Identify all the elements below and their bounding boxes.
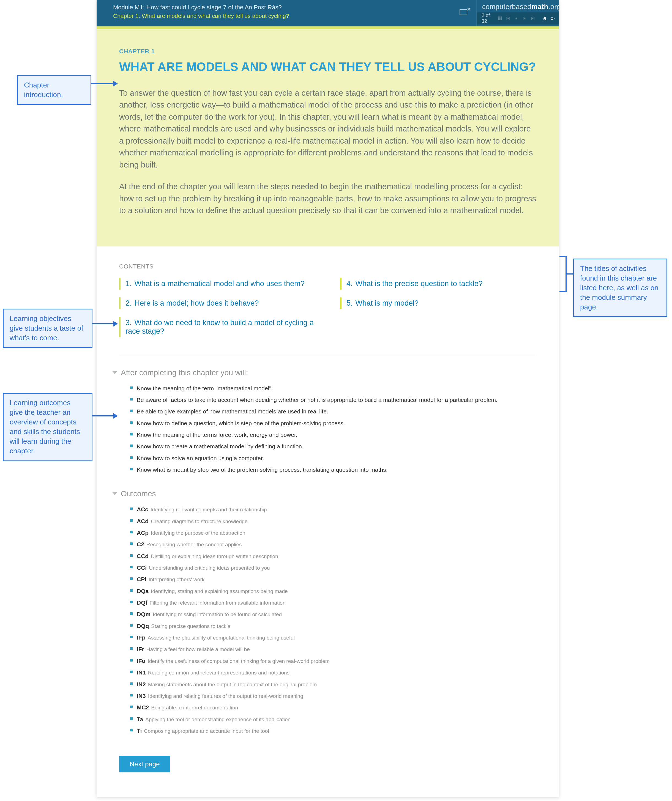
list-item: Be able to give examples of how mathemat… bbox=[130, 406, 536, 417]
outcomes-heading[interactable]: Outcomes bbox=[119, 489, 536, 498]
svg-marker-11 bbox=[508, 17, 510, 20]
outcome-desc: Reading common and relevant representati… bbox=[148, 670, 290, 676]
svg-rect-2 bbox=[500, 16, 501, 18]
outcome-desc: Stating precise questions to tackle bbox=[151, 623, 230, 629]
callout-outcomes: Learning outcomes give the teacher an ov… bbox=[3, 393, 92, 461]
list-item: Know how to create a mathematical model … bbox=[130, 441, 536, 452]
top-bar-right: computerbasedmath.org 2 of 32 bbox=[476, 0, 559, 26]
outcome-code: CPi bbox=[137, 576, 147, 582]
objectives-list: Know the meaning of the term "mathematic… bbox=[119, 383, 536, 476]
list-item: TiComposing appropriate and accurate inp… bbox=[130, 725, 536, 737]
toc-col-left: 1.What is a mathematical model and who u… bbox=[119, 278, 315, 345]
list-item: DQfFiltering the relevant information fr… bbox=[130, 597, 536, 608]
arrow-right-icon bbox=[113, 81, 118, 86]
list-item: TaApplying the tool or demonstrating exp… bbox=[130, 714, 536, 725]
contents-heading: CONTENTS bbox=[119, 263, 536, 270]
objectives-section: After completing this chapter you will: … bbox=[119, 368, 536, 476]
share-icon[interactable] bbox=[459, 7, 470, 15]
outcome-desc: Making statements about the output in th… bbox=[148, 682, 317, 687]
svg-rect-9 bbox=[501, 19, 502, 20]
callout-arrow-line bbox=[92, 323, 114, 324]
callout-arrow-line bbox=[92, 415, 114, 417]
intro-paragraph-2: At the end of the chapter you will learn… bbox=[119, 181, 536, 217]
svg-rect-1 bbox=[498, 16, 499, 18]
outcome-desc: Creating diagrams to structure knowledge bbox=[151, 518, 248, 524]
chapter-label: CHAPTER 1 bbox=[119, 48, 536, 55]
outcome-desc: Being able to interpret documentation bbox=[151, 705, 238, 711]
accent-strip bbox=[97, 26, 559, 29]
outcome-desc: Composing appropriate and accurate input… bbox=[144, 728, 269, 734]
svg-rect-15 bbox=[534, 17, 535, 20]
toc-item[interactable]: 5.What is my model? bbox=[340, 298, 536, 309]
chevron-down-icon bbox=[113, 372, 117, 374]
outcome-desc: Identifying the purpose of the abstracti… bbox=[151, 530, 245, 536]
brand-part-2: based bbox=[512, 3, 532, 10]
outcome-desc: Identify the usefulness of computational… bbox=[148, 658, 330, 664]
objectives-heading[interactable]: After completing this chapter you will: bbox=[119, 368, 536, 377]
divider bbox=[119, 356, 536, 356]
outcome-code: ACd bbox=[137, 518, 148, 524]
svg-marker-14 bbox=[532, 17, 533, 20]
home-icon[interactable] bbox=[543, 15, 547, 21]
nav-next-icon[interactable] bbox=[522, 15, 527, 21]
svg-marker-12 bbox=[516, 17, 517, 20]
svg-rect-4 bbox=[498, 18, 499, 19]
outcome-desc: Identifying relevant concepts and their … bbox=[150, 507, 267, 513]
nav-row: 2 of 32 bbox=[477, 12, 559, 24]
toc-item[interactable]: 3.What do we need to know to build a mod… bbox=[119, 317, 315, 337]
outcome-desc: Filtering the relevant information from … bbox=[150, 600, 286, 606]
outcome-code: Ta bbox=[137, 716, 143, 722]
chevron-down-icon bbox=[113, 492, 117, 495]
outcomes-section: Outcomes ACcIdentifying relevant concept… bbox=[119, 489, 536, 737]
toc-item[interactable]: 2.Here is a model; how does it behave? bbox=[119, 298, 315, 309]
grid-icon[interactable] bbox=[498, 15, 502, 21]
callout-toc: The titles of activities found in this c… bbox=[573, 259, 667, 317]
outcome-code: IN1 bbox=[137, 669, 146, 676]
outcome-desc: Recognising whether the concept applies bbox=[147, 542, 242, 547]
brand-part-3: math bbox=[532, 3, 548, 10]
page-counter: 2 of 32 bbox=[482, 13, 492, 24]
outcome-desc: Understanding and critiquing ideas prese… bbox=[149, 565, 270, 571]
outcome-code: DQm bbox=[137, 611, 150, 617]
svg-rect-6 bbox=[501, 18, 502, 19]
list-item: DQmIdentifying missing information to be… bbox=[130, 608, 536, 620]
next-page-button[interactable]: Next page bbox=[119, 756, 170, 772]
outcome-desc: Interpreting others' work bbox=[148, 577, 205, 582]
nav-last-icon[interactable] bbox=[530, 15, 535, 21]
nav-prev-icon[interactable] bbox=[514, 15, 519, 21]
list-item: DQaIdentifying, stating and explaining a… bbox=[130, 585, 536, 597]
svg-point-16 bbox=[551, 17, 553, 18]
outcome-desc: Identifying and relating features of the… bbox=[148, 693, 303, 699]
outcome-code: ACp bbox=[137, 529, 148, 536]
toc-num: 3. bbox=[126, 318, 132, 327]
table-of-contents: 1.What is a mathematical model and who u… bbox=[119, 278, 536, 345]
toc-num: 2. bbox=[126, 299, 132, 307]
user-menu-icon[interactable] bbox=[551, 15, 555, 21]
list-item: Know how to solve an equation using a co… bbox=[130, 452, 536, 464]
brand-part-1: computer bbox=[482, 3, 512, 10]
toc-title: What is my model? bbox=[356, 299, 419, 307]
outcome-code: DQq bbox=[137, 623, 149, 629]
toc-num: 1. bbox=[126, 280, 132, 288]
list-item: Know what is meant by step two of the pr… bbox=[130, 464, 536, 476]
list-item: Be aware of factors to take into account… bbox=[130, 394, 536, 406]
list-item: MC2Being able to interpret documentation bbox=[130, 702, 536, 713]
toc-item[interactable]: 4.What is the precise question to tackle… bbox=[340, 278, 536, 290]
toc-title: What do we need to know to build a model… bbox=[126, 318, 314, 335]
svg-marker-17 bbox=[554, 18, 555, 19]
toc-col-right: 4.What is the precise question to tackle… bbox=[340, 278, 536, 345]
list-item: IFrHaving a feel for how reliable a mode… bbox=[130, 643, 536, 655]
outcome-desc: Distilling or explaining ideas through w… bbox=[151, 553, 278, 559]
nav-first-icon[interactable] bbox=[506, 15, 511, 21]
outcomes-list: ACcIdentifying relevant concepts and the… bbox=[119, 503, 536, 737]
outcome-code: CCi bbox=[137, 565, 147, 571]
toc-item[interactable]: 1.What is a mathematical model and who u… bbox=[119, 278, 315, 290]
outcome-code: IFp bbox=[137, 634, 145, 641]
callout-objectives: Learning objectives give students a tast… bbox=[3, 309, 92, 348]
brand-logo[interactable]: computerbasedmath.org bbox=[477, 0, 559, 12]
outcome-desc: Identifying, stating and explaining assu… bbox=[151, 589, 288, 594]
top-bar-left: Module M1: How fast could I cycle stage … bbox=[97, 0, 476, 26]
bracket-icon bbox=[559, 256, 567, 292]
outcome-code: Ti bbox=[137, 727, 142, 734]
chapter-title: WHAT ARE MODELS AND WHAT CAN THEY TELL U… bbox=[119, 60, 536, 74]
